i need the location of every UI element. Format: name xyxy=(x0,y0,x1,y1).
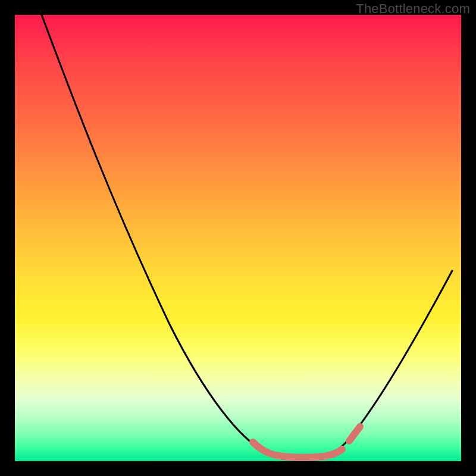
highlight-band-left xyxy=(253,442,342,458)
bottleneck-curve xyxy=(42,15,452,457)
curve-overlay xyxy=(15,15,461,461)
watermark-text: TheBottleneck.com xyxy=(356,1,470,17)
highlight-band-right xyxy=(349,427,360,441)
chart-frame: TheBottleneck.com xyxy=(0,0,476,476)
